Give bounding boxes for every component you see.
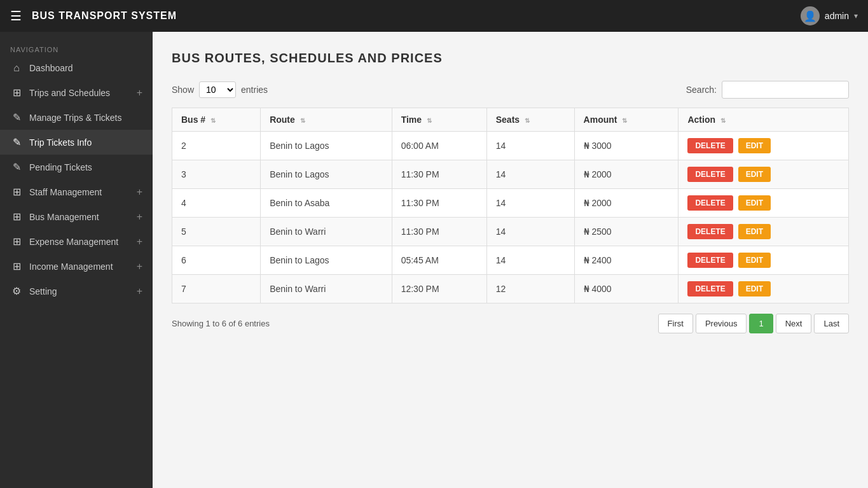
sidebar-item-manage-trips[interactable]: ✎ Manage Trips & Tickets — [0, 105, 153, 130]
cell-amount: ₦ 2000 — [574, 189, 679, 218]
sidebar-item-manage-left: ✎ Manage Trips & Tickets — [10, 111, 122, 123]
cell-amount: ₦ 3000 — [574, 132, 679, 160]
sidebar-item-staff-management[interactable]: ⊞ Staff Management + — [0, 179, 153, 204]
cell-time: 12:30 PM — [392, 275, 486, 303]
page-title: BUS ROUTES, SCHEDULES AND PRICES — [172, 51, 849, 66]
delete-button[interactable]: DELETE — [687, 195, 733, 211]
admin-label[interactable]: admin — [825, 11, 849, 21]
cell-bus-num: 5 — [172, 218, 261, 246]
cell-route: Benin to Lagos — [261, 160, 392, 189]
edit-button[interactable]: EDIT — [738, 195, 771, 211]
pagination: First Previous 1 Next Last — [658, 314, 849, 333]
edit-button[interactable]: EDIT — [738, 167, 771, 182]
previous-page-button[interactable]: Previous — [696, 314, 747, 333]
col-header-seats[interactable]: Seats ⇅ — [486, 108, 574, 132]
col-header-bus-num[interactable]: Bus # ⇅ — [172, 108, 261, 132]
cell-bus-num: 7 — [172, 275, 261, 303]
table-row: 4 Benin to Asaba 11:30 PM 14 ₦ 2000 DELE… — [172, 189, 849, 218]
delete-button[interactable]: DELETE — [687, 253, 733, 268]
cell-bus-num: 6 — [172, 246, 261, 275]
cell-seats: 12 — [486, 275, 574, 303]
pagination-area: Showing 1 to 6 of 6 entries First Previo… — [172, 314, 849, 333]
navbar-right: 👤 admin ▾ — [801, 6, 858, 25]
first-page-button[interactable]: First — [658, 314, 693, 333]
sidebar-item-trip-tickets-info[interactable]: ✎ Trip Tickets Info — [0, 130, 153, 155]
cell-seats: 14 — [486, 246, 574, 275]
cell-action: DELETE EDIT — [679, 218, 849, 246]
sidebar-label-income: Income Management — [29, 261, 113, 272]
cell-time: 11:30 PM — [392, 218, 486, 246]
sidebar-item-dashboard-left: ⌂ Dashboard — [10, 62, 73, 74]
edit-icon-manage: ✎ — [10, 111, 23, 123]
sidebar-item-trips-left: ⊞ Trips and Schedules — [10, 87, 110, 99]
sidebar-item-dashboard[interactable]: ⌂ Dashboard — [0, 56, 153, 80]
cell-route: Benin to Lagos — [261, 132, 392, 160]
sidebar-item-expense-management[interactable]: ⊞ Expense Management + — [0, 229, 153, 254]
cell-seats: 14 — [486, 132, 574, 160]
cell-time: 11:30 PM — [392, 189, 486, 218]
delete-button[interactable]: DELETE — [687, 167, 733, 182]
cell-bus-num: 4 — [172, 189, 261, 218]
table-row: 3 Benin to Lagos 11:30 PM 14 ₦ 2000 DELE… — [172, 160, 849, 189]
sidebar-item-bus-management[interactable]: ⊞ Bus Management + — [0, 204, 153, 229]
delete-button[interactable]: DELETE — [687, 281, 733, 296]
cell-amount: ₦ 2500 — [574, 218, 679, 246]
col-header-amount[interactable]: Amount ⇅ — [574, 108, 679, 132]
search-box: Search: — [686, 81, 849, 99]
plus-icon-bus: + — [137, 211, 142, 223]
sidebar-label-pending-tickets: Pending Tickets — [29, 162, 92, 172]
next-page-button[interactable]: Next — [776, 314, 812, 333]
cell-route: Benin to Warri — [261, 218, 392, 246]
edit-icon-tickets: ✎ — [10, 136, 23, 148]
sidebar-item-setting-left: ⚙ Setting — [10, 285, 57, 297]
current-page-button[interactable]: 1 — [749, 314, 773, 333]
admin-dropdown-caret[interactable]: ▾ — [854, 11, 858, 20]
layout: NAVIGATION ⌂ Dashboard ⊞ Trips and Sched… — [0, 0, 868, 488]
search-input[interactable] — [722, 81, 849, 99]
cell-amount: ₦ 4000 — [574, 275, 679, 303]
nav-section-label: NAVIGATION — [0, 38, 153, 56]
menu-toggle-icon[interactable]: ☰ — [10, 8, 22, 24]
edit-button[interactable]: EDIT — [738, 253, 771, 268]
show-label: Show — [172, 85, 194, 95]
cell-action: DELETE EDIT — [679, 189, 849, 218]
sidebar-item-income-management[interactable]: ⊞ Income Management + — [0, 254, 153, 279]
brand-title: BUS TRANSPORT SYSTEM — [32, 10, 177, 22]
home-icon: ⌂ — [10, 62, 23, 74]
cell-seats: 14 — [486, 218, 574, 246]
cell-seats: 14 — [486, 160, 574, 189]
edit-button[interactable]: EDIT — [738, 281, 771, 296]
last-page-button[interactable]: Last — [814, 314, 849, 333]
top-navbar: ☰ BUS TRANSPORT SYSTEM 👤 admin ▾ — [0, 0, 868, 32]
table-row: 5 Benin to Warri 11:30 PM 14 ₦ 2500 DELE… — [172, 218, 849, 246]
edit-button[interactable]: EDIT — [738, 138, 771, 153]
cell-route: Benin to Lagos — [261, 246, 392, 275]
col-header-time[interactable]: Time ⇅ — [392, 108, 486, 132]
cell-amount: ₦ 2000 — [574, 160, 679, 189]
sidebar-item-setting[interactable]: ⚙ Setting + — [0, 279, 153, 303]
table-controls: Show 10 25 50 100 entries Search: — [172, 81, 849, 99]
cell-time: 06:00 AM — [392, 132, 486, 160]
sidebar: NAVIGATION ⌂ Dashboard ⊞ Trips and Sched… — [0, 32, 153, 488]
col-header-action[interactable]: Action ⇅ — [679, 108, 849, 132]
delete-button[interactable]: DELETE — [687, 138, 733, 153]
col-header-route[interactable]: Route ⇅ — [261, 108, 392, 132]
sidebar-item-staff-left: ⊞ Staff Management — [10, 186, 102, 198]
cell-time: 11:30 PM — [392, 160, 486, 189]
entries-select[interactable]: 10 25 50 100 — [199, 81, 236, 98]
plus-icon-setting: + — [137, 286, 142, 297]
sort-icon-route: ⇅ — [300, 117, 305, 124]
sidebar-item-expense-left: ⊞ Expense Management — [10, 235, 118, 247]
sort-icon-action: ⇅ — [720, 117, 726, 124]
main-content: BUS ROUTES, SCHEDULES AND PRICES Show 10… — [153, 32, 868, 488]
sidebar-label-staff: Staff Management — [29, 187, 102, 197]
sidebar-label-manage-trips: Manage Trips & Tickets — [29, 113, 122, 123]
sidebar-item-pending-tickets[interactable]: ✎ Pending Tickets — [0, 155, 153, 179]
sidebar-item-bus-left: ⊞ Bus Management — [10, 211, 99, 223]
sort-icon-time: ⇅ — [427, 117, 432, 124]
delete-button[interactable]: DELETE — [687, 224, 733, 239]
table-row: 6 Benin to Lagos 05:45 AM 14 ₦ 2400 DELE… — [172, 246, 849, 275]
edit-button[interactable]: EDIT — [738, 224, 771, 239]
cell-seats: 14 — [486, 189, 574, 218]
sidebar-item-trips-schedules[interactable]: ⊞ Trips and Schedules + — [0, 80, 153, 105]
